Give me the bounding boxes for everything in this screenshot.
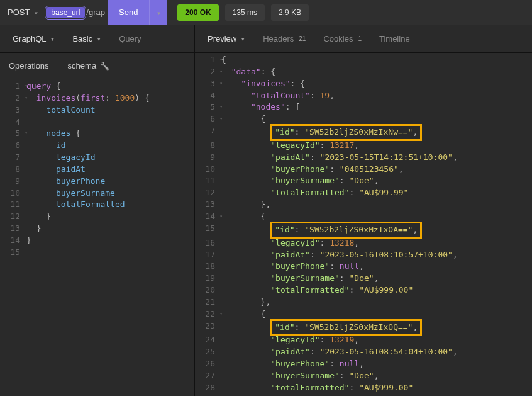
tab-cookies[interactable]: Cookies1: [316, 29, 369, 48]
request-toolbar: POST base_url /grap Send 200 OK 135 ms 2…: [0, 0, 532, 25]
request-body-tabs: GraphQL Basic Query: [0, 25, 194, 53]
code-line: 13 },: [195, 199, 532, 211]
code-line: 28 "totalFormatted": "AU$999.00": [195, 382, 532, 394]
code-line: 2▾ invoices(first: 1000) {: [0, 93, 194, 105]
code-line: 1▾query {: [0, 81, 194, 93]
code-line: 2▾ "data": {: [195, 66, 532, 78]
tab-label: Cookies: [323, 34, 353, 43]
code-line: 5▾ "nodes": [: [195, 101, 532, 113]
code-line: 18 "buyerPhone": null,: [195, 261, 532, 273]
chevron-down-icon: [96, 36, 101, 42]
code-line: 15 "id": "SW52b2ljZS0xMzIxOA==",: [195, 223, 532, 237]
code-line: 3 totalCount: [0, 105, 194, 116]
code-line: 19 "buyerSurname": "Doe",: [195, 273, 532, 285]
code-line: 1▾{: [195, 54, 532, 66]
chevron-down-icon: [240, 36, 245, 42]
send-options-button[interactable]: [149, 0, 167, 25]
response-tabs: Preview Headers21 Cookies1 Timeline: [195, 25, 532, 53]
tab-label: Headers: [263, 34, 294, 43]
code-line: 11 totalFormatted: [0, 199, 194, 211]
code-line: 29 },: [195, 394, 532, 396]
schema-label: schema: [68, 61, 97, 71]
operations-button[interactable]: Operations: [9, 61, 49, 71]
code-line: 12 }: [0, 211, 194, 223]
graphql-query-editor[interactable]: 1▾query {2▾ invoices(first: 1000) {3 tot…: [0, 79, 194, 396]
code-line: 12 "totalFormatted": "AU$99.99": [195, 187, 532, 199]
chevron-down-icon: [156, 8, 161, 17]
code-line: 4 "totalCount": 19,: [195, 90, 532, 102]
code-line: 25 "paidAt": "2023-05-16T08:54:04+10:00"…: [195, 346, 532, 358]
fold-icon[interactable]: ▾: [25, 82, 28, 90]
url-input[interactable]: base_url /grap: [46, 7, 108, 18]
fold-icon[interactable]: ▾: [219, 68, 223, 76]
response-meta: 200 OK 135 ms 2.9 KB: [167, 4, 309, 21]
code-line: 17 "paidAt": "2023-05-16T08:10:57+10:00"…: [195, 249, 532, 261]
fold-icon[interactable]: ▾: [219, 56, 223, 64]
code-line: 9 "paidAt": "2023-05-15T14:12:51+10:00",: [195, 152, 532, 164]
graphql-toolbar: Operations schema: [0, 53, 194, 79]
headers-count: 21: [299, 35, 306, 42]
tab-timeline[interactable]: Timeline: [372, 29, 418, 48]
code-line: 16 "legacyId": 13218,: [195, 237, 532, 249]
tab-auth-basic[interactable]: Basic: [65, 29, 109, 48]
code-line: 7 legacyId: [0, 152, 194, 164]
code-line: 14}: [0, 235, 194, 247]
code-line: 5▾ nodes {: [0, 128, 194, 140]
code-line: 23 "id": "SW52b2ljZS0xMzIxOQ==",: [195, 320, 532, 335]
code-line: 10 "buyerPhone": "0405123456",: [195, 164, 532, 176]
response-json-viewer[interactable]: 1▾{2▾ "data": {3▾ "invoices": {4 "totalC…: [195, 53, 532, 396]
code-line: 15: [0, 247, 194, 259]
tab-label: GraphQL: [13, 34, 46, 43]
chevron-down-icon: [50, 36, 55, 42]
code-line: 26 "buyerPhone": null,: [195, 358, 532, 370]
code-line: 10 buyerSurname: [0, 188, 194, 200]
http-method-select[interactable]: POST: [0, 8, 46, 17]
code-line: 11 "buyerSurname": "Doe",: [195, 175, 532, 187]
tab-label: Timeline: [379, 34, 410, 43]
code-line: 3▾ "invoices": {: [195, 78, 532, 90]
url-path-text: /grap: [85, 8, 105, 17]
send-button-label: Send: [108, 8, 149, 17]
fold-icon[interactable]: ▾: [25, 94, 28, 102]
code-line: 7 "id": "SW52b2ljZS0xMzIxNw==",: [195, 125, 532, 140]
code-line: 21 },: [195, 297, 532, 308]
tab-label: Basic: [72, 34, 92, 43]
schema-button[interactable]: schema: [68, 61, 110, 71]
fold-icon[interactable]: ▾: [219, 213, 223, 220]
fold-icon[interactable]: ▾: [219, 103, 223, 111]
code-line: 8 "legacyId": 13217,: [195, 140, 532, 152]
highlighted-id-line: "id": "SW52b2ljZS0xMzIxOQ==",: [270, 319, 422, 336]
tab-headers[interactable]: Headers21: [255, 29, 313, 48]
response-size-badge[interactable]: 2.9 KB: [271, 4, 309, 21]
code-line: 27 "buyerSurname": "Doe",: [195, 370, 532, 382]
tab-query[interactable]: Query: [111, 29, 148, 48]
code-line: 20 "totalFormatted": "AU$999.00": [195, 285, 532, 297]
code-line: 4: [0, 116, 194, 128]
chevron-down-icon: [33, 8, 38, 17]
highlighted-id-line: "id": "SW52b2ljZS0xMzIxOA==",: [270, 222, 422, 239]
code-line: 6 id: [0, 140, 194, 152]
code-line: 13 }: [0, 223, 194, 235]
tab-graphql[interactable]: GraphQL: [5, 29, 62, 48]
fold-icon[interactable]: ▾: [219, 115, 223, 123]
tab-label: Query: [119, 34, 141, 43]
fold-icon[interactable]: ▾: [219, 310, 223, 318]
fold-icon[interactable]: ▾: [25, 130, 28, 137]
http-method-label: POST: [8, 8, 30, 17]
env-variable-chip[interactable]: base_url: [46, 7, 85, 18]
tab-preview[interactable]: Preview: [200, 29, 253, 48]
fold-icon[interactable]: ▾: [219, 80, 223, 88]
highlighted-id-line: "id": "SW52b2ljZS0xMzIxNw==",: [270, 124, 422, 141]
code-line: 24 "legacyId": 13219,: [195, 334, 532, 346]
code-line: 8 paidAt: [0, 164, 194, 176]
send-button[interactable]: Send: [108, 0, 167, 25]
wrench-icon: [100, 61, 109, 71]
response-time-badge[interactable]: 135 ms: [225, 4, 265, 21]
status-code-badge[interactable]: 200 OK: [177, 4, 218, 21]
code-line: 9 buyerPhone: [0, 176, 194, 188]
tab-label: Preview: [208, 34, 236, 43]
cookies-count: 1: [358, 35, 362, 42]
